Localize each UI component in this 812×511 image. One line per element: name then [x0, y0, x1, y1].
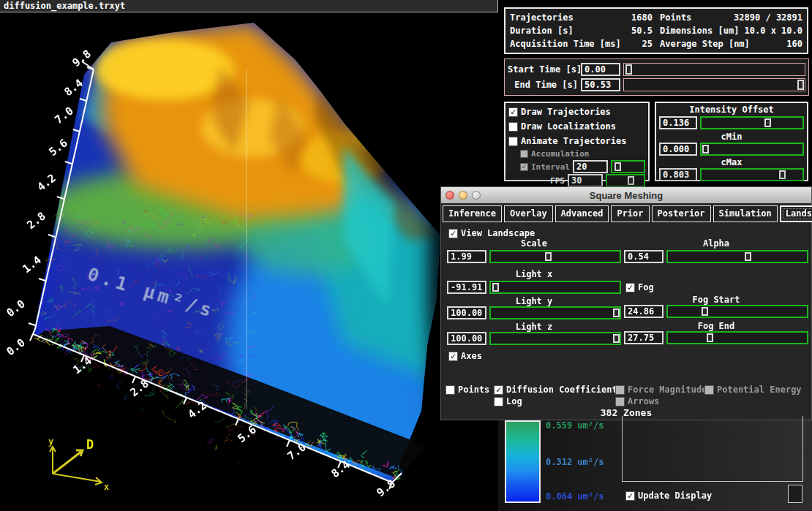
svg-text:4.2: 4.2 — [34, 171, 58, 194]
potential-energy-checkbox[interactable]: ✓ — [704, 385, 714, 395]
tab-overlay[interactable]: Overlay — [504, 205, 553, 222]
scale-slider-handle[interactable] — [545, 252, 552, 261]
fog-end-slider[interactable] — [666, 331, 808, 344]
mini-button[interactable] — [788, 485, 802, 503]
draw-localizations-checkbox[interactable]: ✓ — [508, 122, 518, 132]
cmax-slider-handle[interactable] — [779, 170, 786, 179]
empty-groupbox — [622, 416, 803, 482]
end-time-slider[interactable] — [623, 78, 805, 91]
animate-trajectories-checkbox[interactable]: ✓ — [508, 137, 518, 146]
axes-label: Axes — [461, 351, 482, 361]
log-checkbox[interactable]: ✓ — [494, 397, 503, 406]
potential-energy-label: Potential Energy — [717, 385, 802, 395]
gizmo-x-label: x — [104, 482, 109, 492]
interval-slider[interactable] — [611, 160, 645, 173]
fps-slider-handle[interactable] — [628, 176, 634, 185]
zoom-button[interactable] — [472, 191, 481, 200]
intensity-offset-slider[interactable] — [700, 116, 804, 129]
light-y-slider[interactable] — [489, 306, 621, 319]
cmax-slider[interactable] — [700, 168, 804, 181]
cmin-slider[interactable] — [700, 143, 804, 156]
intensity-offset-title: Intensity Offset — [656, 105, 807, 115]
diffusion-coefficient-checkbox[interactable]: ✓ — [494, 385, 503, 395]
light-z-input[interactable] — [447, 332, 486, 345]
end-time-input[interactable] — [581, 78, 620, 91]
info-label: Duration [s] — [510, 26, 574, 36]
close-button[interactable] — [446, 191, 454, 200]
tab-inference[interactable]: Inference — [443, 205, 502, 222]
scale-slider[interactable] — [489, 250, 621, 263]
start-time-input[interactable] — [581, 63, 620, 76]
time-range-panel: Start Time [s] End Time [s] — [504, 58, 809, 96]
start-time-slider[interactable] — [623, 63, 805, 76]
tab-prior[interactable]: Prior — [611, 205, 649, 222]
viewer-title: diffusion_example.trxyt — [4, 1, 125, 11]
force-magnitude-checkbox[interactable]: ✓ — [615, 385, 625, 395]
fog-start-slider-handle[interactable] — [702, 307, 708, 316]
fog-start-input[interactable] — [624, 305, 663, 318]
cmin-input[interactable] — [659, 143, 697, 156]
draw-options-panel: ✓ Draw Trajectories ✓ Draw Localizations… — [504, 102, 650, 181]
light-y-input[interactable] — [447, 306, 486, 319]
light-x-slider-handle[interactable] — [492, 283, 499, 292]
light-z-slider-handle[interactable] — [613, 334, 620, 343]
viewer-titlebar: diffusion_example.trxyt — [0, 0, 498, 12]
alpha-slider-handle[interactable] — [745, 252, 751, 261]
light-z-slider[interactable] — [489, 332, 621, 345]
fog-end-input[interactable] — [624, 331, 663, 344]
light-y-slider-handle[interactable] — [613, 309, 620, 317]
info-label: Acquisition Time [ms] — [510, 39, 621, 49]
fog-checkbox[interactable]: ✓ — [625, 283, 635, 292]
window-title: Square Meshing — [441, 190, 811, 201]
fog-start-slider[interactable] — [666, 305, 808, 318]
colorbar-strip: 0.559 um²/s 0.312 um²/s 0.064 um²/s ✓ Up… — [498, 420, 812, 511]
tab-posterior[interactable]: Posterior — [652, 205, 711, 222]
interval-input[interactable] — [573, 160, 608, 173]
intensity-offset-input[interactable] — [659, 116, 697, 129]
intensity-offset-slider-handle[interactable] — [764, 118, 771, 127]
svg-text:0.0: 0.0 — [4, 297, 27, 319]
draw-trajectories-checkbox[interactable]: ✓ — [508, 107, 518, 117]
alpha-input[interactable] — [624, 250, 663, 263]
diffusion-landscape-render[interactable]: 9.88.47.05.64.22.81.40.00.01.42.84.25.67… — [0, 0, 503, 511]
info-value: 160 — [786, 39, 802, 49]
window-titlebar[interactable]: Square Meshing — [441, 187, 811, 203]
tab-advanced[interactable]: Advanced — [555, 205, 609, 222]
cmax-input[interactable] — [659, 168, 697, 181]
tab-simulation[interactable]: Simulation — [713, 205, 778, 222]
interval-slider-handle[interactable] — [614, 162, 621, 171]
colorbar-label-mid: 0.312 um²/s — [546, 457, 604, 467]
interval-checkbox[interactable]: ✓ — [520, 163, 528, 171]
accumulation-checkbox[interactable]: ✓ — [520, 150, 528, 158]
svg-text:2.8: 2.8 — [24, 209, 48, 232]
svg-text:5.6: 5.6 — [46, 136, 69, 159]
force-magnitude-label: Force Magnitude — [628, 385, 707, 395]
arrows-checkbox[interactable]: ✓ — [615, 397, 625, 406]
light-x-input[interactable] — [447, 281, 486, 294]
3d-viewport[interactable]: 9.88.47.05.64.22.81.40.00.01.42.84.25.67… — [0, 0, 503, 511]
arrows-label: Arrows — [628, 396, 659, 406]
fog-end-slider-handle[interactable] — [707, 333, 713, 342]
points-checkbox[interactable]: ✓ — [446, 385, 455, 395]
end-time-slider-handle[interactable] — [797, 80, 804, 90]
tab-landscape[interactable]: Landscape — [780, 205, 812, 222]
minimize-button[interactable] — [459, 191, 467, 200]
colorbar-label-high: 0.559 um²/s — [546, 420, 604, 431]
cmin-slider-handle[interactable] — [702, 145, 709, 154]
svg-text:1.4: 1.4 — [20, 253, 43, 276]
view-landscape-checkbox[interactable]: ✓ — [448, 229, 458, 238]
start-time-slider-handle[interactable] — [625, 64, 632, 75]
axes-checkbox[interactable]: ✓ — [448, 352, 458, 361]
diffusion-coefficient-label: Diffusion Coefficient — [506, 385, 617, 395]
fps-slider[interactable] — [606, 174, 645, 187]
fps-input[interactable] — [568, 174, 603, 187]
fog-start-title: Fog Start — [624, 295, 808, 305]
log-label: Log — [506, 396, 522, 406]
colorbar-label-low: 0.064 um²/s — [546, 491, 604, 501]
info-value: 10.0 x 10.0 — [745, 26, 802, 36]
light-x-slider[interactable] — [489, 281, 621, 294]
info-value: 50.5 — [631, 26, 653, 36]
update-display-checkbox[interactable]: ✓ — [625, 491, 635, 501]
scale-input[interactable] — [447, 250, 486, 263]
alpha-slider[interactable] — [666, 250, 808, 263]
